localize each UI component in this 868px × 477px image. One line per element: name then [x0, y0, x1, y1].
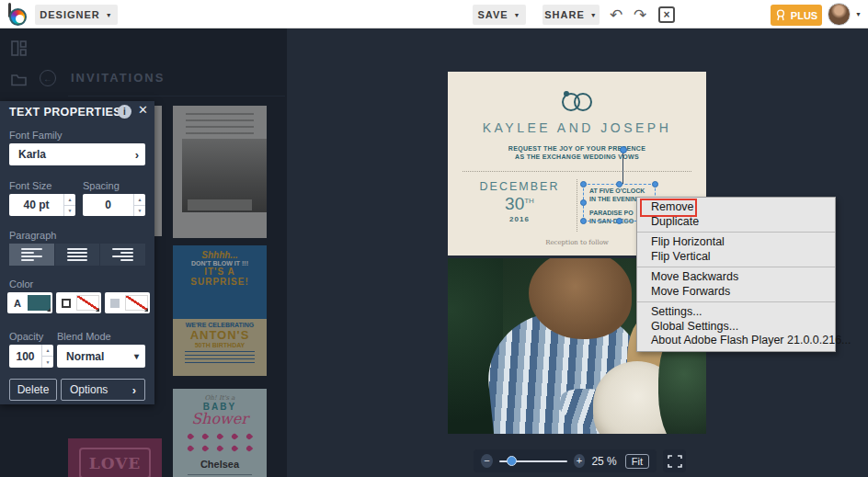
logo-color-wheel: [9, 8, 27, 26]
chevron-down-icon: ▼: [106, 12, 113, 18]
font-size-label: Font Size: [9, 180, 51, 191]
blend-mode-select[interactable]: Normal ▾: [57, 345, 145, 368]
app-logo-icon[interactable]: [7, 3, 29, 26]
redo-icon[interactable]: ↷: [629, 4, 651, 26]
menu-item-flip-vertical[interactable]: Flip Vertical: [637, 250, 835, 265]
font-family-value: Karla: [18, 148, 46, 161]
info-icon[interactable]: i: [118, 105, 131, 119]
zoom-slider[interactable]: [499, 460, 567, 462]
dotted-divider: [463, 171, 691, 172]
font-family-label: Font Family: [9, 130, 62, 141]
chevron-down-icon: ▾: [134, 351, 139, 361]
menu-separator: [637, 301, 835, 302]
chevron-right-icon: ›: [132, 383, 136, 397]
remove-highlight-annotation: [640, 199, 697, 217]
designer-app: DESIGNER ▼ SAVE ▼ SHARE ▼ ↶ ↷ × PLUS ▼: [0, 0, 868, 477]
selection-handle-bottom-center[interactable]: [616, 218, 622, 224]
share-label: SHARE: [544, 9, 585, 20]
medal-icon: [775, 9, 786, 21]
menu-item-move-backwards[interactable]: Move Backwards: [637, 270, 835, 285]
top-bar: DESIGNER ▼ SAVE ▼ SHARE ▼ ↶ ↷ × PLUS ▼: [0, 0, 868, 28]
delete-button[interactable]: Delete: [9, 379, 57, 401]
selection-handle-top-left[interactable]: [580, 181, 587, 187]
flash-context-menu: Remove Duplicate Flip Horizontal Flip Ve…: [636, 197, 836, 352]
stepper-arrows-icon[interactable]: ▲▼: [133, 194, 145, 216]
month-text: DECEMBER: [475, 180, 564, 193]
panel-title: TEXT PROPERTIES: [9, 106, 121, 119]
selection-handle-top-center[interactable]: [616, 181, 622, 187]
paragraph-align-group: [9, 244, 145, 266]
dotted-vertical-divider: [577, 179, 577, 232]
date-block[interactable]: DECEMBER 30TH 2016: [475, 180, 564, 223]
selection-handle-bottom-left[interactable]: [580, 218, 587, 224]
rotation-handle-line: [622, 153, 623, 184]
align-justify-button[interactable]: [55, 244, 100, 266]
menu-item-about-flash[interactable]: About Adobe Flash Player 21.0.0.216...: [637, 334, 835, 348]
close-document-icon[interactable]: ×: [658, 6, 675, 23]
designer-menu-button[interactable]: DESIGNER ▼: [35, 5, 118, 25]
user-avatar[interactable]: [828, 3, 851, 26]
share-button[interactable]: SHARE ▼: [542, 5, 600, 25]
menu-item-global-settings[interactable]: Global Settings...: [637, 320, 835, 335]
fit-button[interactable]: Fit: [625, 454, 649, 469]
chevron-down-icon: ▼: [590, 12, 598, 18]
fit-screen-icon: [668, 455, 682, 468]
menu-item-settings[interactable]: Settings...: [637, 305, 835, 320]
year-text: 2016: [475, 215, 564, 223]
designer-menu-label: DESIGNER: [40, 9, 99, 20]
spacing-value: 0: [83, 199, 133, 211]
swatch-corner-icon: [96, 308, 99, 312]
opacity-stepper[interactable]: 100 ▲▼: [9, 345, 53, 368]
font-size-value: 40 pt: [9, 199, 63, 211]
spacing-label: Spacing: [83, 180, 120, 191]
color-label: Color: [9, 278, 33, 290]
plus-label: PLUS: [791, 10, 817, 21]
blend-mode-value: Normal: [66, 350, 104, 363]
request-line-2[interactable]: AS THE EXCHANGE WEDDING VOWS: [448, 153, 706, 160]
stepper-arrows-icon[interactable]: ▲▼: [63, 194, 75, 216]
background-color-swatch[interactable]: [105, 292, 150, 313]
selection-handle-top-right[interactable]: [652, 181, 658, 187]
font-family-selector[interactable]: Karla ›: [9, 143, 145, 165]
rotation-handle[interactable]: [620, 146, 627, 153]
text-properties-panel: TEXT PROPERTIES i ✕ Font Family Karla › …: [0, 101, 154, 404]
account-chevron-down-icon[interactable]: ▼: [855, 11, 862, 17]
plus-upgrade-button[interactable]: PLUS: [771, 5, 822, 26]
align-left-button[interactable]: [9, 244, 54, 266]
paragraph-label: Paragraph: [9, 230, 56, 241]
menu-separator: [637, 232, 835, 233]
chevron-down-icon: ▼: [514, 12, 521, 18]
align-right-button[interactable]: [100, 244, 145, 266]
stroke-color-swatch[interactable]: [56, 292, 101, 313]
zoom-out-button[interactable]: −: [481, 454, 493, 468]
selection-handle-mid-left[interactable]: [580, 199, 587, 206]
text-color-a: A: [9, 295, 26, 311]
text-color-swatch[interactable]: A: [7, 292, 52, 313]
request-line-1[interactable]: REQUEST THE JOY OF YOUR PRESENCE: [448, 145, 706, 152]
swatch-corner-icon: [47, 308, 51, 312]
chevron-right-icon: ›: [135, 148, 139, 162]
zoom-slider-knob[interactable]: [507, 456, 517, 466]
options-label: Options: [70, 383, 108, 396]
zoom-percentage: 25 %: [591, 455, 616, 468]
close-icon[interactable]: ✕: [138, 103, 148, 117]
menu-item-move-forwards[interactable]: Move Forwards: [637, 285, 835, 300]
couple-names-text[interactable]: KAYLEE AND JOSEPH: [448, 120, 706, 135]
fit-to-screen-button[interactable]: [663, 449, 686, 472]
zoom-in-button[interactable]: +: [574, 454, 586, 468]
font-size-stepper[interactable]: 40 pt ▲▼: [9, 194, 75, 216]
undo-icon[interactable]: ↶: [605, 4, 627, 26]
fill-square-icon: [107, 295, 123, 311]
save-label: SAVE: [477, 9, 508, 20]
options-button[interactable]: Options ›: [61, 379, 145, 401]
save-button[interactable]: SAVE ▼: [473, 5, 526, 25]
stroke-square-icon: [58, 295, 74, 311]
stepper-arrows-icon[interactable]: ▲▼: [41, 345, 53, 368]
color-controls: A: [7, 292, 150, 313]
menu-item-flip-horizontal[interactable]: Flip Horizontal: [637, 235, 835, 250]
zoom-toolbar: − + 25 % Fit: [474, 449, 657, 472]
spacing-stepper[interactable]: 0 ▲▼: [83, 194, 145, 216]
day-text: 30TH: [475, 194, 564, 214]
blend-mode-label: Blend Mode: [57, 331, 111, 342]
opacity-label: Opacity: [9, 331, 43, 342]
